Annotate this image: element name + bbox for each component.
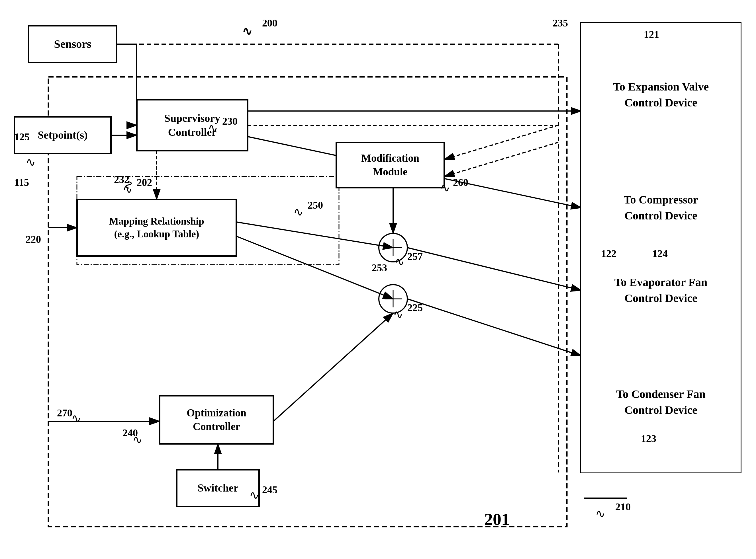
modification-label: ModificationModule	[361, 151, 419, 179]
label-270: 270	[57, 407, 72, 419]
label-260: 260	[453, 177, 468, 188]
label-245: 245	[262, 484, 277, 496]
expansion-box: To Expansion ValveControl Device	[581, 23, 741, 166]
label-220: 220	[26, 233, 41, 245]
sensors-box: Sensors	[28, 26, 117, 63]
label-201: 201	[484, 510, 510, 529]
label-121: 121	[644, 28, 659, 40]
wavy-257: ∿	[394, 255, 405, 269]
label-250: 250	[308, 199, 323, 211]
label-115: 115	[14, 177, 29, 188]
label-210: 210	[615, 501, 631, 513]
mapping-box: Mapping Relationship(e.g., Lookup Table)	[77, 199, 236, 256]
evaporator-box: To Evaporator FanControl Device	[581, 249, 741, 332]
wavy-210: ∿	[595, 507, 605, 520]
wavy-250: ∿	[294, 205, 303, 219]
condenser-box: To Condenser FanControl Device	[581, 332, 741, 472]
evaporator-label: To Evaporator FanControl Device	[614, 274, 708, 306]
wavy-230: ∿	[208, 121, 218, 135]
label-253: 253	[372, 262, 387, 274]
wavy-260: ∿	[440, 181, 450, 195]
svg-line-38	[274, 313, 393, 421]
switcher-label: Switcher	[197, 481, 238, 495]
svg-rect-2	[48, 77, 567, 527]
diagram-container: Sensors Setpoint(s) SupervisoryControlle…	[0, 0, 756, 559]
label-225: 225	[407, 302, 423, 314]
wavy-232: ∿	[122, 180, 136, 190]
sensors-label: Sensors	[54, 37, 91, 51]
expansion-label: To Expansion ValveControl Device	[613, 79, 709, 111]
svg-line-36	[407, 248, 581, 290]
optimization-label: OptimizationController	[187, 406, 246, 433]
wavy-115: ∿	[26, 155, 36, 169]
setpoints-label: Setpoint(s)	[38, 128, 87, 142]
condenser-label: To Condenser FanControl Device	[616, 386, 705, 418]
mapping-label: Mapping Relationship(e.g., Lookup Table)	[109, 215, 204, 241]
compressor-label: To CompressorControl Device	[624, 192, 698, 224]
label-123: 123	[641, 433, 656, 445]
wavy-225: ∿	[393, 307, 403, 321]
modification-box: ModificationModule	[336, 142, 445, 188]
compressor-box: To CompressorControl Device	[581, 166, 741, 249]
svg-line-34	[445, 125, 558, 159]
svg-line-30	[236, 222, 393, 248]
wavy-200: ∿	[242, 24, 252, 38]
switcher-box: Switcher	[177, 470, 259, 507]
label-257: 257	[407, 250, 423, 263]
svg-line-31	[236, 236, 393, 299]
label-202: 202	[137, 177, 152, 188]
label-200: 200	[262, 17, 277, 29]
svg-line-37	[407, 299, 581, 356]
label-122: 122	[601, 248, 617, 260]
svg-line-35	[445, 142, 558, 177]
wavy-240: ∿	[132, 433, 143, 447]
label-235: 235	[553, 17, 568, 29]
wavy-270: ∿	[71, 411, 81, 425]
wavy-245: ∿	[249, 488, 259, 502]
label-230: 230	[222, 115, 238, 127]
label-125: 125	[14, 131, 30, 143]
label-124: 124	[652, 248, 668, 260]
optimization-box: OptimizationController	[159, 396, 274, 444]
